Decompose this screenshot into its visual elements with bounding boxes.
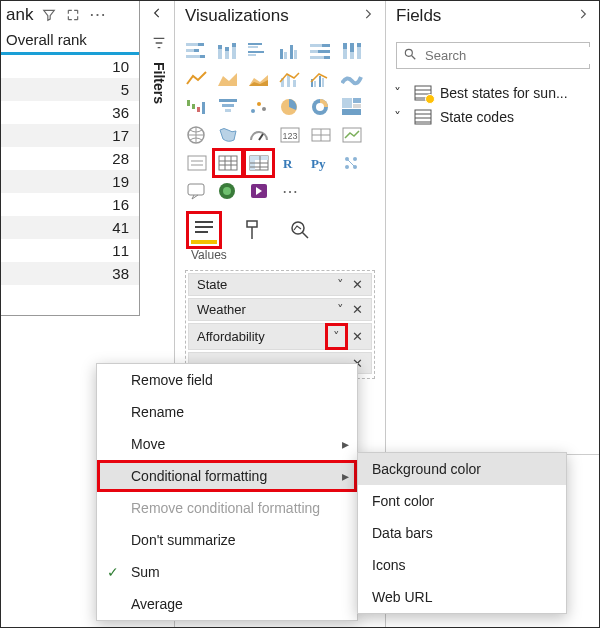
hundred-bar-icon[interactable]: [309, 40, 333, 62]
svg-rect-13: [248, 46, 258, 48]
chevron-down-icon[interactable]: ˅: [394, 85, 406, 101]
svg-rect-31: [357, 43, 361, 47]
svg-rect-12: [248, 43, 262, 45]
svg-rect-74: [250, 156, 268, 160]
svg-rect-41: [197, 107, 200, 112]
visualizations-title: Visualizations: [185, 6, 289, 26]
submenu-item-web-url[interactable]: Web URL: [358, 581, 566, 613]
analytics-tab-icon[interactable]: [287, 216, 313, 244]
svg-rect-4: [186, 55, 200, 58]
donut-chart-icon[interactable]: [309, 96, 333, 118]
gauge-icon[interactable]: [247, 124, 271, 146]
chevron-down-icon[interactable]: ˅: [337, 302, 344, 317]
more-options-icon[interactable]: ⋯: [89, 4, 105, 25]
svg-rect-19: [294, 50, 297, 59]
pie-chart-icon[interactable]: [278, 96, 302, 118]
stacked-column-icon[interactable]: [216, 40, 240, 62]
submenu-item-font-color[interactable]: Font color: [358, 485, 566, 517]
table-row: 16: [0, 193, 139, 216]
svg-rect-37: [319, 76, 321, 87]
remove-field-icon[interactable]: ✕: [352, 329, 363, 344]
svg-rect-11: [232, 43, 236, 47]
filter-icon[interactable]: [41, 8, 57, 22]
menu-item-conditional-formatting[interactable]: Conditional formatting▸: [97, 460, 357, 492]
expand-panel-icon[interactable]: [361, 6, 375, 26]
svg-rect-25: [324, 56, 330, 59]
chevron-down-icon[interactable]: ˅: [394, 109, 406, 125]
line-chart-icon[interactable]: [185, 68, 209, 90]
remove-field-icon[interactable]: ✕: [352, 302, 363, 317]
svg-rect-17: [284, 52, 287, 59]
field-context-menu: Remove field Rename Move▸ Conditional fo…: [96, 363, 358, 621]
submenu-item-background-color[interactable]: Background color: [358, 453, 566, 485]
clustered-bar-icon[interactable]: [247, 40, 271, 62]
slicer-icon[interactable]: [185, 152, 209, 174]
kpi-icon[interactable]: [340, 124, 364, 146]
key-influencers-icon[interactable]: [340, 152, 364, 174]
menu-item-dont-summarize[interactable]: Don't summarize: [97, 524, 357, 556]
menu-item-sum[interactable]: ✓Sum: [97, 556, 357, 588]
ribbon-chart-icon[interactable]: [340, 68, 364, 90]
remove-field-icon[interactable]: ✕: [352, 277, 363, 292]
line-clustered-icon[interactable]: [309, 68, 333, 90]
multi-card-icon[interactable]: [309, 124, 333, 146]
r-visual-icon[interactable]: R: [278, 152, 302, 174]
svg-point-47: [257, 102, 261, 106]
field-pill-state[interactable]: State ˅✕: [188, 273, 372, 296]
waterfall-icon[interactable]: [185, 96, 209, 118]
svg-line-57: [259, 134, 263, 140]
funnel-icon[interactable]: [216, 96, 240, 118]
table-item[interactable]: ˅ Best states for sun...: [386, 81, 600, 105]
card-icon[interactable]: 123: [278, 124, 302, 146]
stacked-area-icon[interactable]: [247, 68, 271, 90]
svg-rect-45: [225, 109, 231, 112]
line-column-icon[interactable]: [278, 68, 302, 90]
focus-mode-icon[interactable]: [65, 8, 81, 22]
filters-tab[interactable]: Filters: [150, 35, 168, 104]
menu-item-remove-field[interactable]: Remove field: [97, 364, 357, 396]
matrix-visual-icon[interactable]: [247, 152, 271, 174]
map-icon[interactable]: [185, 124, 209, 146]
arcgis-icon[interactable]: [216, 180, 240, 202]
format-tab-icon[interactable]: [239, 216, 265, 244]
svg-rect-8: [225, 51, 229, 59]
more-visuals-icon[interactable]: ⋯: [278, 180, 302, 202]
svg-point-87: [223, 187, 231, 195]
area-chart-icon[interactable]: [216, 68, 240, 90]
svg-rect-64: [188, 156, 206, 170]
table-icon: [414, 109, 432, 125]
qna-visual-icon[interactable]: [185, 180, 209, 202]
collapse-panel-icon[interactable]: [150, 6, 164, 23]
field-pill-affordability[interactable]: Affordability ˅✕: [188, 323, 372, 350]
powerapps-icon[interactable]: [247, 180, 271, 202]
fields-tab-icon[interactable]: [191, 216, 217, 244]
svg-rect-9: [225, 47, 229, 51]
table-item[interactable]: ˅ State codes: [386, 105, 600, 129]
field-pill-weather[interactable]: Weather ˅✕: [188, 298, 372, 321]
search-input[interactable]: [423, 47, 595, 64]
table-title: ank: [6, 5, 33, 25]
python-visual-icon[interactable]: Py: [309, 152, 333, 174]
submenu-item-icons[interactable]: Icons: [358, 549, 566, 581]
submenu-item-data-bars[interactable]: Data bars: [358, 517, 566, 549]
table-row: 36: [0, 101, 139, 124]
scatter-icon[interactable]: [247, 96, 271, 118]
filled-map-icon[interactable]: [216, 124, 240, 146]
svg-rect-39: [187, 100, 190, 106]
expand-panel-icon[interactable]: [576, 6, 590, 26]
fields-search[interactable]: [396, 42, 590, 69]
treemap-icon[interactable]: [340, 96, 364, 118]
svg-text:R: R: [283, 156, 293, 171]
hundred-column-icon[interactable]: [340, 40, 364, 62]
clustered-column-icon[interactable]: [278, 40, 302, 62]
fields-panel: Fields ˅ Best states for sun... ˅ State …: [386, 0, 600, 455]
menu-item-rename[interactable]: Rename: [97, 396, 357, 428]
menu-item-average[interactable]: Average: [97, 588, 357, 620]
stacked-bar-icon[interactable]: [185, 40, 209, 62]
chevron-down-icon[interactable]: ˅: [337, 277, 344, 292]
menu-item-move[interactable]: Move▸: [97, 428, 357, 460]
table-visual-icon[interactable]: [216, 152, 240, 174]
column-header[interactable]: Overall rank: [0, 29, 139, 55]
chevron-down-icon[interactable]: ˅: [329, 327, 344, 346]
svg-rect-0: [186, 43, 198, 46]
